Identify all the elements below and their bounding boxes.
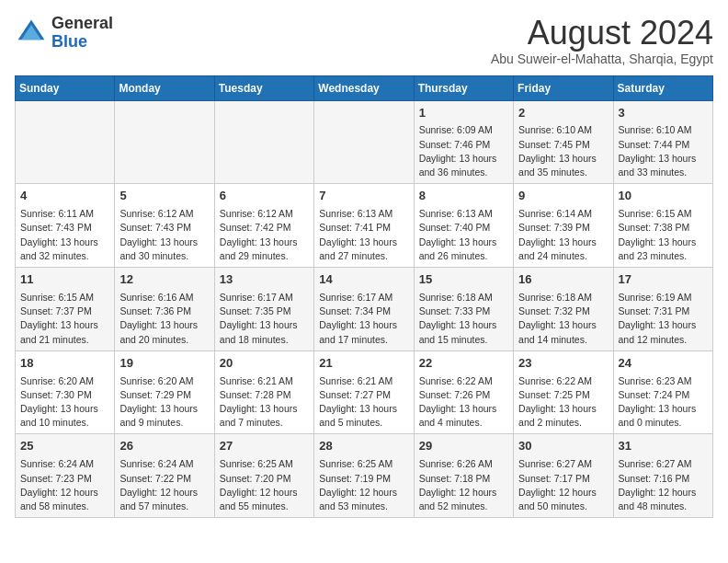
- day-cell: 14Sunrise: 6:17 AMSunset: 7:34 PMDayligh…: [314, 268, 414, 351]
- day-info: Sunrise: 6:22 AMSunset: 7:26 PMDaylight:…: [419, 374, 508, 431]
- logo-general: General: [51, 14, 113, 32]
- day-cell: 1Sunrise: 6:09 AMSunset: 7:46 PMDaylight…: [414, 100, 513, 184]
- day-info: Sunrise: 6:21 AMSunset: 7:28 PMDaylight:…: [220, 374, 309, 431]
- day-info: Sunrise: 6:22 AMSunset: 7:25 PMDaylight:…: [518, 374, 608, 431]
- day-header-saturday: Saturday: [613, 75, 712, 100]
- day-number: 22: [419, 355, 508, 373]
- day-number: 18: [20, 355, 109, 373]
- day-info: Sunrise: 6:21 AMSunset: 7:27 PMDaylight:…: [319, 374, 408, 431]
- day-number: 15: [419, 271, 508, 289]
- day-number: 1: [419, 105, 508, 122]
- day-cell: 10Sunrise: 6:15 AMSunset: 7:38 PMDayligh…: [613, 184, 712, 268]
- day-cell: 5Sunrise: 6:12 AMSunset: 7:43 PMDaylight…: [115, 184, 214, 268]
- day-cell: [214, 100, 313, 184]
- day-cell: 13Sunrise: 6:17 AMSunset: 7:35 PMDayligh…: [214, 268, 313, 351]
- week-row-1: 1Sunrise: 6:09 AMSunset: 7:46 PMDaylight…: [16, 100, 713, 184]
- day-cell: 9Sunrise: 6:14 AMSunset: 7:39 PMDaylight…: [514, 184, 613, 268]
- day-info: Sunrise: 6:26 AMSunset: 7:18 PMDaylight:…: [419, 457, 508, 513]
- day-info: Sunrise: 6:17 AMSunset: 7:35 PMDaylight:…: [220, 291, 309, 347]
- day-info: Sunrise: 6:20 AMSunset: 7:30 PMDaylight:…: [20, 374, 109, 431]
- day-number: 21: [319, 355, 408, 373]
- day-cell: 17Sunrise: 6:19 AMSunset: 7:31 PMDayligh…: [613, 268, 712, 351]
- day-number: 3: [619, 105, 708, 122]
- day-number: 30: [518, 438, 608, 455]
- day-number: 28: [319, 438, 408, 455]
- day-cell: 6Sunrise: 6:12 AMSunset: 7:42 PMDaylight…: [214, 184, 313, 268]
- day-number: 8: [419, 188, 508, 205]
- day-info: Sunrise: 6:17 AMSunset: 7:34 PMDaylight:…: [319, 291, 408, 347]
- day-number: 26: [119, 438, 209, 455]
- day-info: Sunrise: 6:19 AMSunset: 7:31 PMDaylight:…: [619, 291, 708, 347]
- day-header-wednesday: Wednesday: [314, 75, 414, 100]
- day-cell: 28Sunrise: 6:25 AMSunset: 7:19 PMDayligh…: [314, 434, 414, 518]
- location-title: Abu Suweir-el-Mahatta, Sharqia, Egypt: [491, 52, 713, 66]
- day-number: 6: [220, 188, 309, 205]
- day-cell: 23Sunrise: 6:22 AMSunset: 7:25 PMDayligh…: [514, 350, 613, 434]
- day-cell: 24Sunrise: 6:23 AMSunset: 7:24 PMDayligh…: [613, 350, 712, 434]
- day-number: 2: [518, 105, 608, 122]
- logo-blue: Blue: [51, 32, 87, 51]
- day-header-tuesday: Tuesday: [214, 75, 313, 100]
- day-number: 12: [119, 271, 209, 289]
- day-number: 11: [20, 271, 109, 289]
- day-info: Sunrise: 6:13 AMSunset: 7:41 PMDaylight:…: [319, 207, 408, 263]
- day-info: Sunrise: 6:15 AMSunset: 7:38 PMDaylight:…: [619, 207, 708, 263]
- day-cell: 11Sunrise: 6:15 AMSunset: 7:37 PMDayligh…: [16, 268, 115, 351]
- day-info: Sunrise: 6:23 AMSunset: 7:24 PMDaylight:…: [619, 374, 708, 431]
- day-number: 31: [619, 438, 708, 455]
- day-number: 23: [518, 355, 608, 373]
- day-header-thursday: Thursday: [414, 75, 513, 100]
- week-row-5: 25Sunrise: 6:24 AMSunset: 7:23 PMDayligh…: [16, 434, 713, 518]
- day-number: 10: [619, 188, 708, 205]
- day-info: Sunrise: 6:24 AMSunset: 7:23 PMDaylight:…: [20, 457, 109, 513]
- day-cell: 19Sunrise: 6:20 AMSunset: 7:29 PMDayligh…: [115, 350, 214, 434]
- day-number: 7: [319, 188, 408, 205]
- day-header-sunday: Sunday: [16, 75, 115, 100]
- day-info: Sunrise: 6:15 AMSunset: 7:37 PMDaylight:…: [20, 291, 109, 347]
- day-info: Sunrise: 6:27 AMSunset: 7:17 PMDaylight:…: [518, 457, 608, 513]
- day-cell: 29Sunrise: 6:26 AMSunset: 7:18 PMDayligh…: [414, 434, 513, 518]
- day-cell: 20Sunrise: 6:21 AMSunset: 7:28 PMDayligh…: [214, 350, 313, 434]
- day-number: 25: [20, 438, 109, 455]
- day-info: Sunrise: 6:13 AMSunset: 7:40 PMDaylight:…: [419, 207, 508, 263]
- day-info: Sunrise: 6:25 AMSunset: 7:19 PMDaylight:…: [319, 457, 408, 513]
- day-cell: 2Sunrise: 6:10 AMSunset: 7:45 PMDaylight…: [514, 100, 613, 184]
- day-number: 9: [518, 188, 608, 205]
- day-cell: 18Sunrise: 6:20 AMSunset: 7:30 PMDayligh…: [16, 350, 115, 434]
- day-info: Sunrise: 6:18 AMSunset: 7:33 PMDaylight:…: [419, 291, 508, 347]
- title-area: August 2024 Abu Suweir-el-Mahatta, Sharq…: [491, 15, 713, 66]
- day-cell: 25Sunrise: 6:24 AMSunset: 7:23 PMDayligh…: [16, 434, 115, 518]
- day-cell: [16, 100, 115, 184]
- day-number: 14: [319, 271, 408, 289]
- day-number: 19: [119, 355, 209, 373]
- day-cell: 21Sunrise: 6:21 AMSunset: 7:27 PMDayligh…: [314, 350, 414, 434]
- day-cell: [314, 100, 414, 184]
- day-info: Sunrise: 6:12 AMSunset: 7:43 PMDaylight:…: [119, 207, 209, 263]
- day-info: Sunrise: 6:16 AMSunset: 7:36 PMDaylight:…: [119, 291, 209, 347]
- day-info: Sunrise: 6:20 AMSunset: 7:29 PMDaylight:…: [119, 374, 209, 431]
- day-cell: 12Sunrise: 6:16 AMSunset: 7:36 PMDayligh…: [115, 268, 214, 351]
- day-info: Sunrise: 6:12 AMSunset: 7:42 PMDaylight:…: [220, 207, 309, 263]
- day-cell: 22Sunrise: 6:22 AMSunset: 7:26 PMDayligh…: [414, 350, 513, 434]
- days-header-row: SundayMondayTuesdayWednesdayThursdayFrid…: [16, 75, 713, 100]
- day-cell: 8Sunrise: 6:13 AMSunset: 7:40 PMDaylight…: [414, 184, 513, 268]
- day-header-friday: Friday: [514, 75, 613, 100]
- day-number: 27: [220, 438, 309, 455]
- week-row-2: 4Sunrise: 6:11 AMSunset: 7:43 PMDaylight…: [16, 184, 713, 268]
- day-cell: [115, 100, 214, 184]
- day-number: 20: [220, 355, 309, 373]
- day-number: 17: [619, 271, 708, 289]
- day-number: 24: [619, 355, 708, 373]
- day-cell: 27Sunrise: 6:25 AMSunset: 7:20 PMDayligh…: [214, 434, 313, 518]
- day-cell: 16Sunrise: 6:18 AMSunset: 7:32 PMDayligh…: [514, 268, 613, 351]
- header: General Blue August 2024 Abu Suweir-el-M…: [15, 15, 713, 66]
- month-title: August 2024: [491, 15, 713, 52]
- day-info: Sunrise: 6:11 AMSunset: 7:43 PMDaylight:…: [20, 207, 109, 263]
- day-info: Sunrise: 6:18 AMSunset: 7:32 PMDaylight:…: [518, 291, 608, 347]
- day-info: Sunrise: 6:14 AMSunset: 7:39 PMDaylight:…: [518, 207, 608, 263]
- day-cell: 30Sunrise: 6:27 AMSunset: 7:17 PMDayligh…: [514, 434, 613, 518]
- day-info: Sunrise: 6:24 AMSunset: 7:22 PMDaylight:…: [119, 457, 209, 513]
- logo: General Blue: [15, 15, 113, 52]
- day-info: Sunrise: 6:10 AMSunset: 7:44 PMDaylight:…: [619, 123, 708, 179]
- day-number: 5: [119, 188, 209, 205]
